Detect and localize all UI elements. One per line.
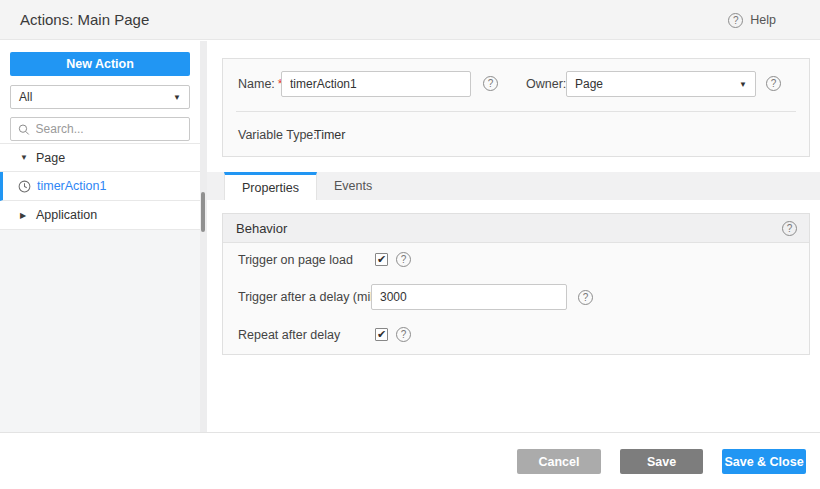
- behavior-section: Behavior ? Trigger on page load ✔ ? Trig…: [222, 213, 810, 355]
- search-input[interactable]: [36, 122, 182, 136]
- collapsed-caret-icon: ▶: [20, 211, 30, 220]
- expanded-caret-icon: ▼: [20, 153, 30, 162]
- name-input[interactable]: [281, 71, 471, 97]
- sidebar-scrollbar[interactable]: [200, 41, 207, 432]
- tree-item-timeraction1[interactable]: timerAction1: [0, 172, 200, 201]
- caret-down-icon: ▼: [173, 93, 181, 102]
- filter-dropdown-value: All: [19, 90, 32, 104]
- dialog-footer: Cancel Save Save & Close: [0, 432, 820, 489]
- behavior-help-icon[interactable]: ?: [782, 221, 797, 236]
- actions-sidebar: New Action All ▼ ▼ Page timerAction1: [0, 41, 200, 432]
- name-label: Name:*: [238, 71, 283, 97]
- tab-properties[interactable]: Properties: [224, 172, 317, 200]
- clock-icon: [18, 180, 31, 193]
- tree-group-page[interactable]: ▼ Page: [0, 143, 200, 172]
- title-bar: Actions: Main Page ? Help: [0, 0, 820, 40]
- owner-dropdown-value: Page: [575, 77, 603, 91]
- scrollbar-thumb[interactable]: [201, 192, 205, 232]
- search-icon: [18, 123, 30, 136]
- owner-help-icon[interactable]: ?: [766, 76, 781, 91]
- behavior-title: Behavior: [236, 221, 287, 236]
- checkmark-icon: ✔: [377, 329, 386, 340]
- tree-group-label: Application: [36, 208, 97, 222]
- new-action-button[interactable]: New Action: [10, 52, 190, 76]
- help-label: Help: [750, 13, 776, 27]
- save-button[interactable]: Save: [620, 449, 703, 474]
- help-icon: ?: [728, 13, 743, 28]
- repeat-after-delay-label: Repeat after delay: [238, 328, 340, 342]
- page-title: Actions: Main Page: [20, 0, 149, 40]
- repeat-after-delay-help-icon[interactable]: ?: [396, 327, 411, 342]
- caret-down-icon: ▼: [739, 80, 747, 89]
- behavior-section-header: Behavior ?: [223, 214, 809, 243]
- repeat-after-delay-row: Repeat after delay ✔ ?: [223, 327, 809, 342]
- actions-editor-window: Actions: Main Page ? Help New Action All…: [0, 0, 820, 489]
- tree-item-label: timerAction1: [37, 179, 106, 193]
- repeat-after-delay-checkbox[interactable]: ✔: [375, 328, 388, 341]
- variable-type-label: Variable Type:: [238, 122, 317, 148]
- action-header-form: Name:* ? Owner:* Page ▼ ? Variable Type:…: [222, 58, 810, 157]
- trigger-on-page-load-label: Trigger on page load: [238, 253, 353, 267]
- help-link[interactable]: ? Help: [728, 0, 776, 40]
- form-divider: [236, 111, 796, 112]
- trigger-delay-input[interactable]: [371, 284, 567, 310]
- behavior-section-body: Trigger on page load ✔ ? Trigger after a…: [223, 243, 809, 354]
- cancel-button[interactable]: Cancel: [517, 449, 601, 474]
- tree-group-application[interactable]: ▶ Application: [0, 201, 200, 230]
- owner-dropdown[interactable]: Page ▼: [566, 71, 756, 97]
- search-box: [10, 117, 190, 141]
- save-and-close-button[interactable]: Save & Close: [722, 449, 806, 474]
- variable-type-value: Timer: [314, 122, 345, 148]
- trigger-delay-help-icon[interactable]: ?: [578, 290, 593, 305]
- footer-buttons: Cancel Save Save & Close: [517, 449, 806, 474]
- checkmark-icon: ✔: [377, 254, 386, 265]
- name-help-icon[interactable]: ?: [483, 76, 498, 91]
- action-detail-pane: Name:* ? Owner:* Page ▼ ? Variable Type:…: [207, 41, 820, 432]
- tree-group-label: Page: [36, 151, 65, 165]
- filter-dropdown[interactable]: All ▼: [10, 85, 190, 109]
- tab-strip: Properties Events: [207, 172, 820, 200]
- trigger-on-page-load-checkbox[interactable]: ✔: [375, 253, 388, 266]
- trigger-delay-row: Trigger after a delay (millisec... ?: [223, 284, 809, 310]
- tab-events[interactable]: Events: [317, 172, 389, 200]
- trigger-on-page-load-row: Trigger on page load ✔ ?: [223, 252, 809, 267]
- trigger-on-page-load-help-icon[interactable]: ?: [396, 252, 411, 267]
